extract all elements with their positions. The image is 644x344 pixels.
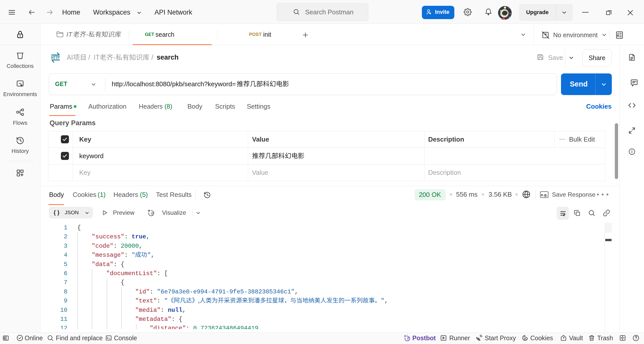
svg-text:HTTP: HTTP [51,55,60,60]
